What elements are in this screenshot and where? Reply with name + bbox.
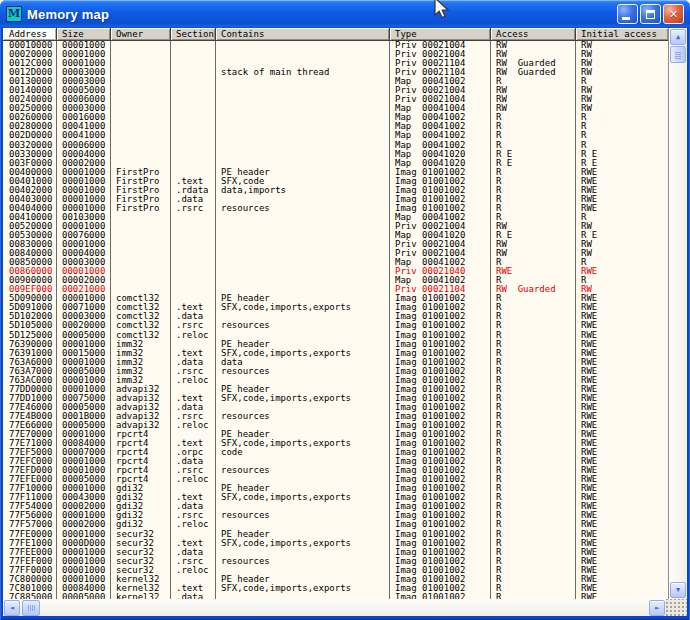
cell-address: 00403000 xyxy=(3,195,57,204)
memory-row-77E66000[interactable]: 77E6600000005000advapi32.relocImag 01001… xyxy=(3,421,668,430)
memory-row-77DD0000[interactable]: 77DD000000001000advapi32PE headerImag 01… xyxy=(3,385,668,394)
memory-row-00330000[interactable]: 0033000000004000Map 00041020R ER E xyxy=(3,150,668,159)
memory-row-00010000[interactable]: 0001000000001000Priv 00021004RWRW xyxy=(3,41,668,50)
memory-row-77EFD000[interactable]: 77EFD00000001000rpcrt4.rsrcresourcesImag… xyxy=(3,466,668,475)
cell-contains xyxy=(216,195,390,204)
memory-row-00320000[interactable]: 0032000000006000Map 00041002RR xyxy=(3,141,668,150)
scroll-right-button[interactable]: ► xyxy=(649,600,665,616)
memory-row-77F11000[interactable]: 77F1100000043000gdi32.textSFX,code,impor… xyxy=(3,493,668,502)
cell-access: R xyxy=(491,566,576,575)
memory-row-0012C000[interactable]: 0012C00000001000Priv 00021104RW GuardedR… xyxy=(3,59,668,68)
memory-row-77F10000[interactable]: 77F1000000001000gdi32PE headerImag 01001… xyxy=(3,484,668,493)
memory-row-77F56000[interactable]: 77F5600000001000gdi32.rsrcresourcesImag … xyxy=(3,511,668,520)
scroll-up-button[interactable]: ▲ xyxy=(670,29,686,45)
memory-row-7C801000[interactable]: 7C80100000084000kernel32.textSFX,code,im… xyxy=(3,584,668,593)
cell-address: 00140000 xyxy=(3,86,57,95)
memory-row-00240000[interactable]: 0024000000006000Priv 00021004RWRW xyxy=(3,95,668,104)
memory-row-00520000[interactable]: 0052000000001000Priv 00021004RWRW xyxy=(3,222,668,231)
memory-row-77FEE000[interactable]: 77FEE00000001000secur32.dataImag 0100100… xyxy=(3,548,668,557)
memory-row-009EF000[interactable]: 009EF00000021000Priv 00021104RW GuardedR… xyxy=(3,285,668,294)
cell-section xyxy=(171,267,216,276)
memory-row-00020000[interactable]: 0002000000001000Priv 00021004RWRW xyxy=(3,50,668,59)
memory-row-00402000[interactable]: 0040200000001000FirstPro.rdatadata,impor… xyxy=(3,186,668,195)
memory-row-5D090000[interactable]: 5D09000000001000comctl32PE headerImag 01… xyxy=(3,294,668,303)
cell-section xyxy=(171,213,216,222)
vertical-scroll-thumb[interactable] xyxy=(670,46,686,63)
memory-row-76391000[interactable]: 7639100000015000imm32.textSFX,code,impor… xyxy=(3,349,668,358)
memory-row-77FE1000[interactable]: 77FE10000000D000secur32.textSFX,code,imp… xyxy=(3,539,668,548)
memory-row-77EF5000[interactable]: 77EF500000007000rpcrt4.orpccodeImag 0100… xyxy=(3,448,668,457)
memory-row-00404000[interactable]: 0040400000001000FirstPro.rsrcresourcesIm… xyxy=(3,204,668,213)
column-header-initial[interactable]: Initial access xyxy=(576,28,668,41)
memory-row-77E4B000[interactable]: 77E4B0000001B000advapi32.rsrcresourcesIm… xyxy=(3,412,668,421)
memory-row-763A7000[interactable]: 763A700000005000imm32.rsrcresourcesImag … xyxy=(3,367,668,376)
column-header-section[interactable]: Section xyxy=(171,28,216,41)
memory-row-5D125000[interactable]: 5D12500000005000comctl32.relocImag 01001… xyxy=(3,331,668,340)
cell-initial: RWE xyxy=(576,439,668,448)
memory-row-00280000[interactable]: 0028000000041000Map 00041002RR xyxy=(3,122,668,131)
memory-row-00530000[interactable]: 0053000000076000Map 00041020R ER E xyxy=(3,231,668,240)
memory-row-00840000[interactable]: 0084000000004000Priv 00021004RWRW xyxy=(3,249,668,258)
scroll-down-button[interactable]: ▼ xyxy=(670,582,686,598)
cell-address: 00830000 xyxy=(3,240,57,249)
memory-row-77FEF000[interactable]: 77FEF00000001000secur32.rsrcresourcesIma… xyxy=(3,557,668,566)
memory-row-77E46000[interactable]: 77E4600000005000advapi32.dataImag 010010… xyxy=(3,403,668,412)
memory-row-77E71000[interactable]: 77E7100000084000rpcrt4.textSFX,code,impo… xyxy=(3,439,668,448)
close-button[interactable]: ✕ xyxy=(663,4,684,24)
column-header-size[interactable]: Size xyxy=(57,28,111,41)
memory-row-002D0000[interactable]: 002D000000041000Map 00041002RR xyxy=(3,131,668,140)
memory-row-77F57000[interactable]: 77F5700000002000gdi32.relocImag 01001002… xyxy=(3,520,668,529)
memory-row-763AC000[interactable]: 763AC00000001000imm32.relocImag 01001002… xyxy=(3,376,668,385)
memory-row-7C800000[interactable]: 7C80000000001000kernel32PE headerImag 01… xyxy=(3,575,668,584)
memory-row-77DD1000[interactable]: 77DD100000075000advapi32.textSFX,code,im… xyxy=(3,394,668,403)
memory-row-77EFE000[interactable]: 77EFE00000005000rpcrt4.relocImag 0100100… xyxy=(3,475,668,484)
memory-row-00250000[interactable]: 0025000000003000Map 00041004RWRW xyxy=(3,104,668,113)
horizontal-scrollbar[interactable]: ◄ ► xyxy=(3,599,687,616)
minimize-button[interactable] xyxy=(617,4,638,24)
cell-size: 00003000 xyxy=(57,68,111,77)
column-header-access[interactable]: Access xyxy=(491,28,576,41)
memory-row-00850000[interactable]: 0085000000003000Map 00041002RR xyxy=(3,258,668,267)
cell-contains: resources xyxy=(216,511,390,520)
memory-row-77EFC000[interactable]: 77EFC00000001000rpcrt4.dataImag 01001002… xyxy=(3,457,668,466)
memory-row-00860000[interactable]: 0086000000001000Priv 00021040RWERWE xyxy=(3,267,668,276)
cell-contains xyxy=(216,231,390,240)
horizontal-scroll-thumb[interactable] xyxy=(22,600,40,616)
column-header-contains[interactable]: Contains xyxy=(216,28,390,41)
memory-row-763A6000[interactable]: 763A600000001000imm32.datadataImag 01001… xyxy=(3,358,668,367)
memory-row-00140000[interactable]: 0014000000005000Priv 00021004RWRW xyxy=(3,86,668,95)
cell-section xyxy=(171,484,216,493)
memory-row-76390000[interactable]: 7639000000001000imm32PE headerImag 01001… xyxy=(3,340,668,349)
memory-row-77F54000[interactable]: 77F5400000002000gdi32.dataImag 01001002R… xyxy=(3,502,668,511)
memory-row-00830000[interactable]: 0083000000001000Priv 00021004RWRW xyxy=(3,240,668,249)
cell-address: 00330000 xyxy=(3,150,57,159)
memory-row-5D105000[interactable]: 5D10500000020000comctl32.rsrcresourcesIm… xyxy=(3,321,668,330)
memory-row-00400000[interactable]: 0040000000001000FirstProPE headerImag 01… xyxy=(3,168,668,177)
memory-row-00130000[interactable]: 0013000000003000Map 00041002RR xyxy=(3,77,668,86)
memory-row-5D102000[interactable]: 5D10200000003000comctl32.dataImag 010010… xyxy=(3,312,668,321)
memory-row-0012D000[interactable]: 0012D00000003000stack of main threadPriv… xyxy=(3,68,668,77)
memory-row-00900000[interactable]: 0090000000002000Map 00041002RR xyxy=(3,276,668,285)
resize-grip[interactable] xyxy=(665,599,687,616)
scroll-left-button[interactable]: ◄ xyxy=(4,600,20,616)
cell-size: 00001000 xyxy=(57,186,111,195)
column-header-owner[interactable]: Owner xyxy=(111,28,171,41)
memory-row-77E70000[interactable]: 77E7000000001000rpcrt4PE headerImag 0100… xyxy=(3,430,668,439)
memory-row-77FF0000[interactable]: 77FF000000001000secur32.relocImag 010010… xyxy=(3,566,668,575)
memory-row-5D091000[interactable]: 5D09100000071000comctl32.textSFX,code,im… xyxy=(3,303,668,312)
memory-row-00260000[interactable]: 0026000000016000Map 00041002RR xyxy=(3,113,668,122)
maximize-button[interactable] xyxy=(640,4,661,24)
memory-row-00403000[interactable]: 0040300000001000FirstPro.dataImag 010010… xyxy=(3,195,668,204)
memory-row-003F0000[interactable]: 003F000000002000Map 00041020R ER E xyxy=(3,159,668,168)
memory-row-00401000[interactable]: 0040100000001000FirstPro.textSFX,codeIma… xyxy=(3,177,668,186)
cell-initial: RW xyxy=(576,41,668,50)
memory-row-77FE0000[interactable]: 77FE000000001000secur32PE headerImag 010… xyxy=(3,530,668,539)
memory-row-00410000[interactable]: 0041000000103000Map 00041002RR xyxy=(3,213,668,222)
column-header-address[interactable]: Address xyxy=(3,28,57,41)
vertical-scrollbar[interactable]: ▲ ▼ xyxy=(669,28,687,599)
cell-contains xyxy=(216,376,390,385)
cell-size: 00076000 xyxy=(57,231,111,240)
column-header-type[interactable]: Type xyxy=(390,28,491,41)
title-bar[interactable]: M Memory map ✕ xyxy=(0,0,690,28)
cell-access: R xyxy=(491,557,576,566)
